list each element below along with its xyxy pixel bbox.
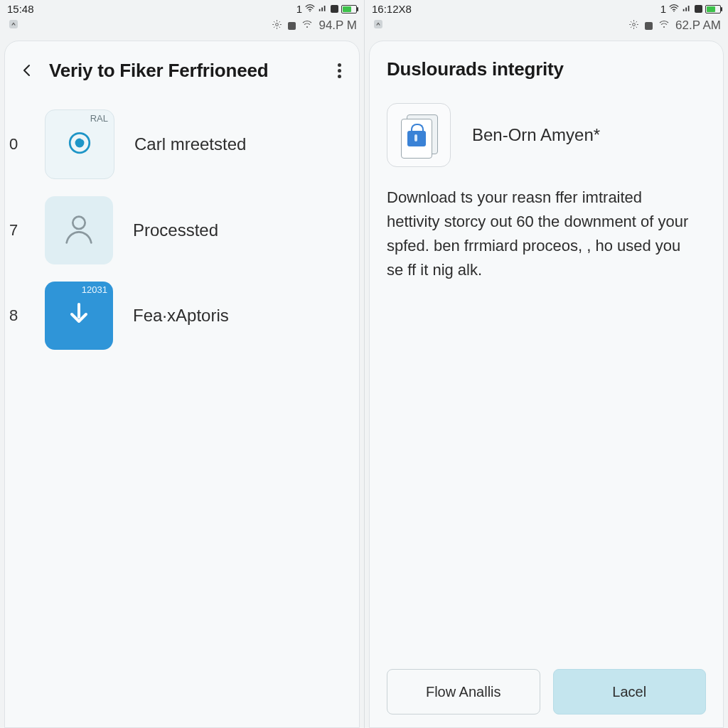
svg-point-3: [306, 26, 308, 28]
list-item[interactable]: 7 Processted: [5, 188, 359, 273]
svg-point-10: [663, 26, 665, 28]
signal-icon: [682, 3, 692, 15]
row-tile: [45, 196, 113, 264]
status-bar-top: 16:12X8 1: [365, 0, 728, 16]
status-bar-sub: 62.P AM: [365, 16, 728, 38]
square-icon: [645, 22, 653, 30]
row-label: Fea·xAptoris: [133, 306, 352, 326]
button-row: Flow Anallis Lacel: [370, 669, 723, 714]
row-number: 0: [9, 135, 25, 154]
svg-point-6: [73, 217, 85, 229]
lock-doc-icon: [387, 103, 451, 167]
svg-point-7: [673, 11, 675, 12]
row-number: 8: [9, 306, 25, 325]
home-indicator-icon: [7, 18, 20, 33]
wifi-icon: [669, 3, 679, 15]
row-label: Carl mreetsted: [134, 134, 352, 154]
list-item[interactable]: 8 12031 Fea·xAptoris: [5, 273, 359, 358]
row-tile: RAL: [45, 109, 114, 179]
status-subtime: 94.P M: [318, 18, 357, 33]
net-label: 1: [660, 3, 666, 15]
battery-small-icon: [695, 5, 702, 13]
wifi2-icon: [301, 18, 313, 33]
person-icon: [60, 210, 97, 250]
status-bar-top: 15:48 1: [0, 0, 364, 16]
target-icon: [64, 127, 95, 161]
more-button[interactable]: [329, 60, 349, 80]
wifi-icon: [305, 3, 315, 15]
svg-rect-8: [374, 20, 382, 28]
svg-point-0: [309, 11, 311, 12]
svg-rect-1: [9, 20, 18, 28]
primary-button[interactable]: Lacel: [553, 669, 707, 714]
right-header: Duslourads integrity: [370, 54, 723, 97]
list-item[interactable]: 0 RAL Carl mreetsted: [5, 101, 359, 188]
row-tile: 12031: [45, 282, 113, 350]
gear-icon: [628, 19, 639, 33]
status-icons: 1: [660, 3, 721, 15]
home-indicator-icon: [372, 18, 385, 33]
row-tag: RAL: [90, 113, 108, 124]
battery-small-icon: [331, 5, 338, 13]
gear-icon: [272, 19, 282, 33]
left-header: Veriy to Fiker Ferfrioneed: [5, 54, 359, 101]
secondary-button[interactable]: Flow Anallis: [387, 669, 540, 714]
phone-left: 15:48 1 94.P M Veriy to Fiker Ferfrionee…: [0, 0, 364, 728]
page-title: Duslourads integrity: [387, 58, 709, 80]
row-number: 7: [9, 221, 25, 240]
status-time: 15:48: [7, 3, 34, 15]
row-tag: 12031: [82, 284, 107, 295]
page-title: Veriy to Fiker Ferfrioneed: [49, 60, 319, 82]
description-text: Download ts your reasn ffer imtraited he…: [370, 183, 723, 282]
battery-icon: [341, 5, 357, 14]
svg-point-9: [633, 23, 636, 26]
right-card: Duslourads integrity Ben-Orn Amyen* Down…: [369, 41, 724, 728]
wifi2-icon: [658, 18, 670, 33]
square-icon: [288, 22, 296, 30]
net-label: 1: [296, 3, 302, 15]
app-name: Ben-Orn Amyen*: [472, 125, 600, 145]
status-bar-sub: 94.P M: [0, 16, 364, 38]
left-card: Veriy to Fiker Ferfrioneed 0 RAL Carl mr…: [4, 41, 360, 728]
status-time: 16:12X8: [372, 3, 412, 15]
battery-icon: [705, 5, 721, 14]
app-row: Ben-Orn Amyen*: [370, 97, 723, 183]
signal-icon: [318, 3, 328, 15]
download-icon: [62, 297, 96, 334]
status-icons: 1: [296, 3, 357, 15]
row-label: Processted: [133, 220, 352, 240]
back-button[interactable]: [15, 58, 39, 82]
phone-right: 16:12X8 1 62.P AM Duslourads integrity: [364, 0, 728, 728]
svg-point-2: [276, 23, 279, 26]
status-subtime: 62.P AM: [675, 18, 721, 33]
